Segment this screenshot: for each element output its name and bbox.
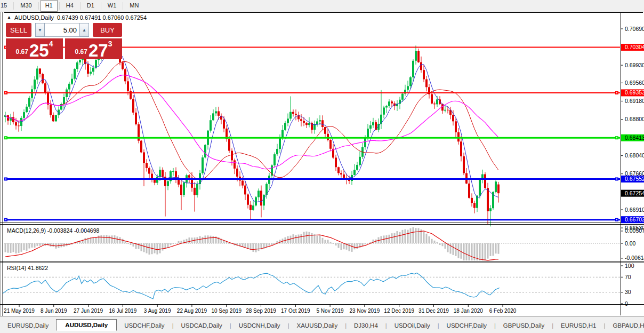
chart-ohlc: 0.67439 0.67491 0.67060 0.67254 xyxy=(57,14,147,21)
buy-price-prefix: 0.67 xyxy=(75,48,87,56)
svg-text:6 Feb 2020: 6 Feb 2020 xyxy=(489,308,517,314)
buy-button[interactable]: BUY xyxy=(93,23,122,37)
svg-text:0.69353: 0.69353 xyxy=(625,89,644,96)
svg-text:0.00: 0.00 xyxy=(625,240,636,247)
tab-usdcad-daily[interactable]: USDCAD,Daily xyxy=(173,320,229,331)
toolbar-separator xyxy=(13,2,14,10)
tab-gbpusd-daily[interactable]: GBPUSD,Daily xyxy=(496,320,552,331)
buy-price-box[interactable]: 0.67 27 3 xyxy=(65,38,122,59)
timeframe-button-15[interactable]: 15 xyxy=(0,0,12,12)
collapse-triangle-icon[interactable]: ▲ xyxy=(7,15,11,20)
timeframe-toolbar: 15M30H1H4D1W1MN xyxy=(0,0,644,12)
svg-text:5 Nov 2019: 5 Nov 2019 xyxy=(317,308,344,314)
triangle-up-icon: ▲ xyxy=(82,28,86,33)
svg-text:17 Oct 2019: 17 Oct 2019 xyxy=(281,308,310,314)
tab-eurusd-h1[interactable]: EURUSD,H1 xyxy=(553,320,603,331)
buy-price-big: 27 xyxy=(88,43,108,58)
toolbar-separator xyxy=(101,2,101,10)
trade-panel: SELL ▼ ▲ BUY 0.67 25 4 0.67 27 3 xyxy=(6,23,122,59)
chart-window: 0.706900.699300.695600.691800.688000.680… xyxy=(0,12,644,316)
svg-text:12 Dec 2019: 12 Dec 2019 xyxy=(384,308,414,314)
sell-price-prefix: 0.67 xyxy=(16,48,28,56)
svg-text:23 Nov 2019: 23 Nov 2019 xyxy=(350,308,380,314)
chart-symbol: AUDUSD,Daily xyxy=(14,14,54,21)
tab-usdchf-daily[interactable]: USDCHF,Daily xyxy=(439,320,494,331)
volume-up-button[interactable]: ▲ xyxy=(79,23,89,37)
svg-text:3 Aug 2019: 3 Aug 2019 xyxy=(144,308,171,314)
timeframe-button-M30[interactable]: M30 xyxy=(15,0,36,12)
svg-text:70: 70 xyxy=(625,274,631,280)
svg-text:27 Jun 2019: 27 Jun 2019 xyxy=(74,308,103,314)
sell-price-box[interactable]: 0.67 25 4 xyxy=(6,38,63,59)
svg-text:0.69560: 0.69560 xyxy=(625,80,644,86)
sell-price-big: 25 xyxy=(29,43,49,58)
svg-text:30: 30 xyxy=(625,289,631,295)
chart-tab-bar: EURUSD,DailyAUDUSD,DailyUSDCHF,Daily|USD… xyxy=(0,316,644,333)
buy-price-sup: 3 xyxy=(108,39,112,48)
svg-text:0.68040: 0.68040 xyxy=(625,152,644,158)
svg-text:100: 100 xyxy=(625,263,634,269)
tab-dj30-h4[interactable]: DJ30,H4 xyxy=(347,320,385,331)
toolbar-separator xyxy=(38,2,39,10)
volume-down-button[interactable]: ▼ xyxy=(35,23,45,37)
svg-text:0.68413: 0.68413 xyxy=(625,134,644,141)
svg-text:0.68800: 0.68800 xyxy=(625,116,644,122)
svg-text:18 Jan 2020: 18 Jan 2020 xyxy=(454,308,483,314)
volume-input[interactable] xyxy=(45,23,79,37)
timeframe-button-D1[interactable]: D1 xyxy=(82,0,99,12)
timeframe-button-MN[interactable]: MN xyxy=(125,0,143,12)
timeframe-button-H1[interactable]: H1 xyxy=(41,0,58,12)
triangle-down-icon: ▼ xyxy=(38,28,42,33)
svg-text:0.69180: 0.69180 xyxy=(625,98,644,104)
svg-text:22 Aug 2019: 22 Aug 2019 xyxy=(177,308,207,314)
svg-text:0.66702: 0.66702 xyxy=(625,216,644,223)
sell-button[interactable]: SELL xyxy=(6,23,31,37)
tab-usdoil-daily[interactable]: USDOil,Daily xyxy=(387,320,438,331)
tab-gbpaud-h1[interactable]: GBPAUD,H1 xyxy=(605,320,644,331)
svg-text:0.70690: 0.70690 xyxy=(625,26,644,32)
tab-xauusd-daily[interactable]: XAUUSD,Daily xyxy=(289,320,345,331)
svg-text:31 Dec 2019: 31 Dec 2019 xyxy=(418,308,449,314)
svg-text:0.005076: 0.005076 xyxy=(625,227,644,234)
svg-text:16 Jul 2019: 16 Jul 2019 xyxy=(109,308,137,314)
macd-label: MACD(12,26,9) -0.003824 -0.004698 xyxy=(7,227,99,234)
svg-text:-0.00614: -0.00614 xyxy=(625,255,644,261)
sell-price-sup: 4 xyxy=(49,39,53,48)
svg-text:0.70304: 0.70304 xyxy=(625,44,644,50)
svg-text:10 Sep 2019: 10 Sep 2019 xyxy=(211,308,241,314)
svg-text:0.66910: 0.66910 xyxy=(625,207,644,213)
chart-title: ▲ AUDUSD,Daily 0.67439 0.67491 0.67060 0… xyxy=(7,14,147,21)
svg-text:28 Sep 2019: 28 Sep 2019 xyxy=(246,308,276,314)
svg-text:0.69930: 0.69930 xyxy=(625,62,644,68)
tab-audusd-daily[interactable]: AUDUSD,Daily xyxy=(56,319,117,331)
timeframe-button-H4[interactable]: H4 xyxy=(61,0,78,12)
toolbar-separator xyxy=(123,2,123,10)
tab-usdchf-daily[interactable]: USDCHF,Daily xyxy=(117,320,172,331)
svg-text:0.67254: 0.67254 xyxy=(625,190,644,196)
svg-text:0: 0 xyxy=(625,300,628,307)
tab-eurusd-daily[interactable]: EURUSD,Daily xyxy=(0,320,56,331)
svg-text:8 Jun 2019: 8 Jun 2019 xyxy=(41,308,67,314)
rsi-label: RSI(14) 41.8622 xyxy=(7,265,48,271)
toolbar-separator xyxy=(80,2,80,10)
svg-text:0.67552: 0.67552 xyxy=(625,176,644,182)
svg-text:21 May 2019: 21 May 2019 xyxy=(4,308,35,314)
tab-usdcnh-daily[interactable]: USDCNH,Daily xyxy=(231,320,288,331)
toolbar-separator xyxy=(59,2,60,10)
timeframe-button-W1[interactable]: W1 xyxy=(103,0,122,12)
